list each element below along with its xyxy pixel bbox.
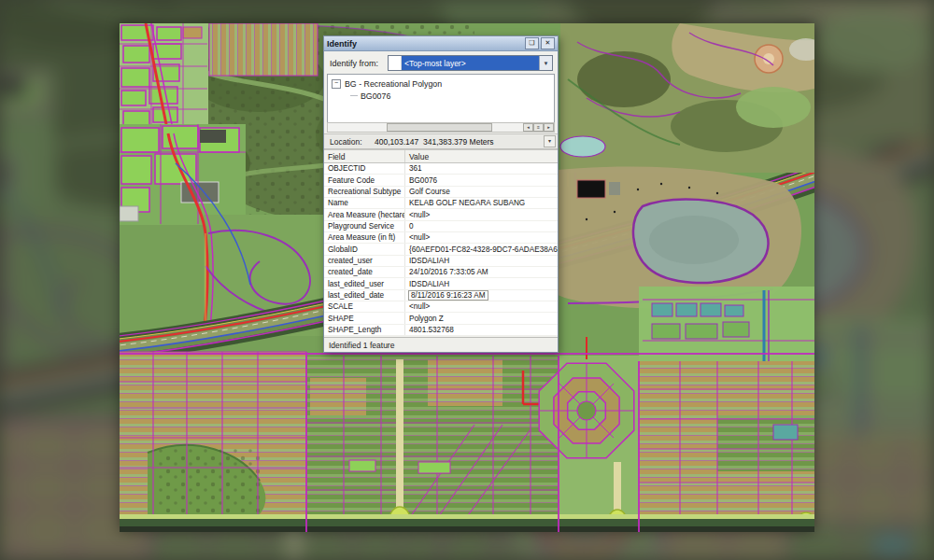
table-row selected[interactable]: last_edited_date 8/11/2016 9:16:23 AM [324, 290, 558, 301]
value-cell: BG0076 [405, 175, 558, 185]
location-bar: Location: 400,103.147 341,383.379 Meters… [324, 133, 558, 149]
tree-connector [350, 95, 358, 96]
bottomcenter-estate [306, 356, 559, 532]
field-cell: created_date [324, 267, 405, 277]
table-row[interactable]: Feature Code BG0076 [324, 175, 558, 186]
bottomleft-estate [120, 352, 306, 532]
field-cell: created_user [324, 256, 405, 266]
tree-layer-label[interactable]: BG - Recreational Polygon [345, 79, 442, 89]
value-cell: Polygon Z [405, 313, 558, 323]
table-row[interactable]: last_edited_user IDSDALIAH [324, 278, 558, 289]
close-button[interactable]: ✕ [541, 37, 555, 49]
value-cell: 4801.532768 [405, 325, 558, 335]
scroll-left-icon[interactable]: ◂ [523, 123, 533, 132]
value-cell: 8/11/2016 9:16:23 AM [405, 290, 558, 301]
location-value: 400,103.147 341,383.379 Meters [375, 137, 494, 147]
value-cell: IDSDALIAH [405, 278, 558, 288]
field-cell: Recreational Subtype [324, 187, 405, 197]
dialog-title: Identify [327, 39, 523, 49]
attribute-table: Field Value OBJECTID 361 Feature Code BG… [324, 149, 558, 336]
field-cell: SHAPE [324, 313, 405, 323]
collapse-icon[interactable]: − [332, 79, 341, 89]
value-cell: 24/10/2016 7:33:05 AM [405, 267, 558, 277]
value-column-header: Value [405, 150, 558, 162]
dialog-titlebar[interactable]: Identify ❏ ✕ [324, 36, 558, 51]
field-cell: Area Measure (in ft) [324, 232, 405, 243]
field-cell: OBJECTID [324, 163, 405, 174]
focused-value: 8/11/2016 9:16:23 AM [409, 291, 488, 300]
results-tree[interactable]: − BG - Recreational Polygon BG0076 [327, 74, 555, 123]
float-window-button[interactable]: ❏ [525, 37, 539, 49]
tree-layer-node[interactable]: − BG - Recreational Polygon [332, 77, 554, 90]
table-row[interactable]: Area Measure (in ft) <null> [324, 232, 558, 244]
scrollbar-thumb[interactable] [387, 123, 492, 132]
table-row[interactable]: SHAPE Polygon Z [324, 313, 558, 324]
topright-terrain [560, 23, 814, 173]
layer-selector-value[interactable]: <Top-most layer> [402, 56, 539, 70]
tree-feature-label[interactable]: BG0076 [361, 91, 390, 101]
black-building [577, 180, 605, 198]
bottom-road-strips [120, 514, 814, 532]
location-label: Location: [330, 137, 375, 147]
field-column-header: Field [324, 150, 405, 162]
screenshot-root: Identify ❏ ✕ Identify from: <Top-most la… [0, 0, 934, 560]
value-cell: Golf Course [405, 187, 558, 197]
status-text: Identified 1 feature [329, 341, 394, 350]
value-cell: <null> [405, 209, 558, 219]
dialog-statusbar: Identified 1 feature [324, 337, 558, 352]
table-row[interactable]: Area Measure (hectares) <null> [324, 209, 558, 220]
value-cell: IDSDALIAH [405, 256, 558, 266]
value-cell: {60AEFD01-FC82-4328-9DC7-6ADAE38A68C1} [405, 244, 558, 254]
table-row[interactable]: SCALE <null> [324, 301, 558, 313]
pale-road [396, 359, 403, 527]
combo-edit-area[interactable] [389, 56, 402, 70]
scroll-right-icon[interactable]: ▸ [544, 123, 554, 132]
table-row[interactable]: created_date 24/10/2016 7:33:05 AM [324, 267, 558, 278]
field-cell: SHAPE_Length [324, 325, 405, 335]
table-row[interactable]: Recreational Subtype Golf Course [324, 187, 558, 198]
field-cell: Name [324, 198, 405, 208]
location-menu-icon[interactable]: ▾ [544, 135, 556, 147]
small-pond [560, 136, 605, 157]
value-cell: 361 [405, 163, 558, 174]
value-cell: 0 [405, 221, 558, 231]
field-cell: GlobalID [324, 244, 405, 254]
field-cell: last_edited_date [324, 290, 405, 301]
chevron-down-icon[interactable]: ▼ [539, 56, 552, 70]
table-row[interactable]: SHAPE_Length 4801.532768 [324, 325, 558, 336]
table-row[interactable]: created_user IDSDALIAH [324, 256, 558, 267]
table-row[interactable]: GlobalID {60AEFD01-FC82-4328-9DC7-6ADAE3… [324, 244, 558, 255]
field-cell: Playground Service [324, 221, 405, 231]
field-cell: last_edited_user [324, 278, 405, 288]
table-header: Field Value [324, 150, 558, 163]
table-row[interactable]: Playground Service 0 [324, 221, 558, 232]
table-row[interactable]: Name KELAB GOLF NEGARA SUBANG [324, 198, 558, 209]
tree-horizontal-scrollbar[interactable]: ◂ ≡ ▸ [327, 122, 555, 133]
field-cell: Area Measure (hectares) [324, 209, 405, 219]
identify-dialog: Identify ❏ ✕ Identify from: <Top-most la… [323, 35, 559, 353]
identify-from-label: Identify from: [330, 59, 388, 68]
table-row[interactable]: OBJECTID 361 [324, 163, 558, 175]
field-cell: Feature Code [324, 175, 405, 185]
value-cell: KELAB GOLF NEGARA SUBANG [405, 198, 558, 208]
field-cell: SCALE [324, 301, 405, 312]
scroll-grip-icon[interactable]: ≡ [533, 123, 544, 132]
value-cell: <null> [405, 301, 558, 312]
tree-feature-node[interactable]: BG0076 [350, 90, 554, 102]
value-cell: <null> [405, 232, 558, 243]
layer-selector-combobox[interactable]: <Top-most layer> ▼ [388, 55, 553, 71]
